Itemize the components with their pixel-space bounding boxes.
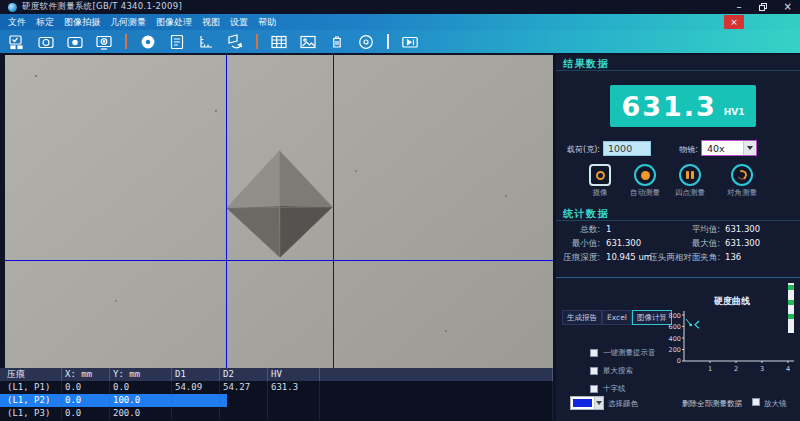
svg-text:200: 200 (669, 346, 681, 354)
menu-calibration[interactable]: 标定 (36, 16, 54, 29)
measurement-table: 压痕 X: mm Y: mm D1 D2 HV (L1, P1)0.0 0.05… (0, 368, 553, 421)
color-swatch (573, 399, 592, 407)
result-data-header: 结果数据 (563, 57, 609, 71)
image-calc-button[interactable]: 图像计算 (632, 310, 672, 325)
measure-line-left[interactable] (226, 55, 227, 368)
status-indicator-bar[interactable] (788, 283, 794, 333)
app-window: 硬度软件测量系统[GB/T 4340.1-2009] – × 文件 标定 图像拍… (0, 0, 800, 421)
table-row[interactable]: (L1, P3)0.0 200.0 (0, 407, 553, 420)
line-color-select[interactable] (570, 396, 604, 410)
restore-icon[interactable] (759, 3, 767, 11)
checkbox-icon[interactable] (590, 349, 598, 357)
toolbar (0, 30, 800, 53)
col-d1[interactable]: D1 (172, 368, 220, 381)
calibration-icon[interactable] (7, 32, 27, 52)
load-label: 载荷(克): (556, 144, 600, 155)
rotate-image-icon[interactable] (225, 32, 245, 52)
exit-button[interactable]: × (724, 15, 744, 29)
window-title: 硬度软件测量系统[GB/T 4340.1-2009] (22, 1, 182, 13)
menu-settings[interactable]: 设置 (230, 16, 248, 29)
chevron-down-icon[interactable] (743, 141, 756, 155)
col-y[interactable]: Y: mm (110, 368, 172, 381)
menu-image-processing[interactable]: 图像处理 (156, 16, 192, 29)
checkbox-icon[interactable] (590, 367, 598, 375)
table-row[interactable]: (L1, P1)0.0 0.054.09 54.27631.3 (0, 381, 553, 394)
camera-live-icon[interactable] (36, 32, 56, 52)
objective-select[interactable]: 40x (701, 140, 757, 156)
vickers-indentation (5, 55, 553, 368)
four-point-measure-button[interactable]: 四点测量 (668, 164, 712, 198)
preview-icon[interactable] (94, 32, 114, 52)
crosshair-checkbox-label: 十字线 (603, 384, 626, 394)
excel-export-button[interactable]: Excel (602, 310, 632, 325)
report-edit-icon[interactable] (167, 32, 187, 52)
menu-help[interactable]: 帮助 (258, 16, 276, 29)
minimize-icon[interactable]: – (737, 2, 742, 12)
divider (556, 220, 800, 221)
svg-text:800: 800 (669, 312, 681, 320)
hardness-curve-chart: 0 200 400 600 800 1 2 3 4 (668, 308, 796, 380)
export-play-icon[interactable] (400, 32, 420, 52)
search-checkbox-label: 最大搜索 (603, 366, 633, 376)
count-label: 总数: (556, 224, 600, 236)
hardness-value: 631.3 (621, 91, 716, 122)
angle-value: 136 (725, 252, 741, 262)
microscope-image[interactable] (5, 55, 553, 368)
load-input[interactable]: 1000 (603, 141, 651, 156)
toolbar-separator (125, 34, 127, 49)
max-value: 631.300 (725, 238, 760, 248)
save-disc-icon[interactable] (356, 32, 376, 52)
measure-line-right[interactable] (333, 55, 334, 368)
data-grid-icon[interactable] (269, 32, 289, 52)
crosshair-checkbox-row[interactable]: 十字线 (590, 384, 626, 394)
svg-text:1: 1 (708, 365, 712, 373)
svg-text:0: 0 (677, 357, 681, 365)
generate-report-button[interactable]: 生成报告 (562, 310, 602, 325)
col-x[interactable]: X: mm (62, 368, 110, 381)
window-controls: – × (737, 2, 792, 12)
right-panel: 结果数据 631.3 HV1 载荷(克): 1000 物镜: 40x 摄像 自动… (556, 55, 800, 421)
camera-capture-icon[interactable] (65, 32, 85, 52)
svg-text:3: 3 (760, 365, 764, 373)
menu-image-capture[interactable]: 图像拍摄 (64, 16, 100, 29)
col-hv[interactable]: HV (268, 368, 320, 381)
col-d2[interactable]: D2 (220, 368, 268, 381)
svg-text:600: 600 (669, 323, 681, 331)
close-icon[interactable]: × (784, 2, 792, 12)
toolbar-separator (256, 34, 258, 49)
delete-all-button[interactable]: 删除全部测量数据 (682, 399, 742, 409)
col-indent[interactable]: 压痕 (4, 368, 62, 381)
sound-checkbox-label: 一键测量提示音 (603, 348, 656, 358)
menu-geometry-measure[interactable]: 几何测量 (110, 16, 146, 29)
stats-data-header: 统计数据 (563, 207, 609, 221)
search-checkbox-row[interactable]: 最大搜索 (590, 366, 633, 376)
min-value: 631.300 (606, 238, 641, 248)
capture-button[interactable]: 摄像 (578, 164, 622, 198)
delete-icon[interactable] (327, 32, 347, 52)
diagonal-measure-icon (731, 164, 753, 186)
magnifier-checkbox[interactable] (752, 398, 760, 406)
table-header-row: 压痕 X: mm Y: mm D1 D2 HV (0, 368, 553, 381)
record-disc-icon[interactable] (138, 32, 158, 52)
menu-view[interactable]: 视图 (202, 16, 220, 29)
hardness-value-box: 631.3 HV1 (610, 85, 756, 127)
toolbar-separator (387, 34, 389, 49)
auto-measure-button[interactable]: 自动测量 (623, 164, 667, 198)
image-gallery-icon[interactable] (298, 32, 318, 52)
app-icon (8, 3, 17, 12)
svg-text:400: 400 (669, 335, 681, 343)
data-point-marker (686, 319, 699, 328)
sound-checkbox-row[interactable]: 一键测量提示音 (590, 348, 656, 358)
measure-line-horizontal[interactable] (5, 260, 553, 261)
diagonal-measure-button[interactable]: 对角测量 (720, 164, 764, 198)
chevron-down-icon[interactable] (594, 397, 603, 409)
color-select-label: 选择颜色 (608, 399, 638, 409)
checkbox-icon[interactable] (590, 385, 598, 393)
title-bar: 硬度软件测量系统[GB/T 4340.1-2009] – × (0, 0, 800, 14)
table-row-selected[interactable]: (L1, P2)0.0 100.0 (0, 394, 553, 407)
load-value: 1000 (608, 143, 632, 154)
ruler-icon[interactable] (196, 32, 216, 52)
menu-file[interactable]: 文件 (8, 16, 26, 29)
avg-label: 平均值: (644, 224, 720, 236)
svg-text:2: 2 (734, 365, 738, 373)
